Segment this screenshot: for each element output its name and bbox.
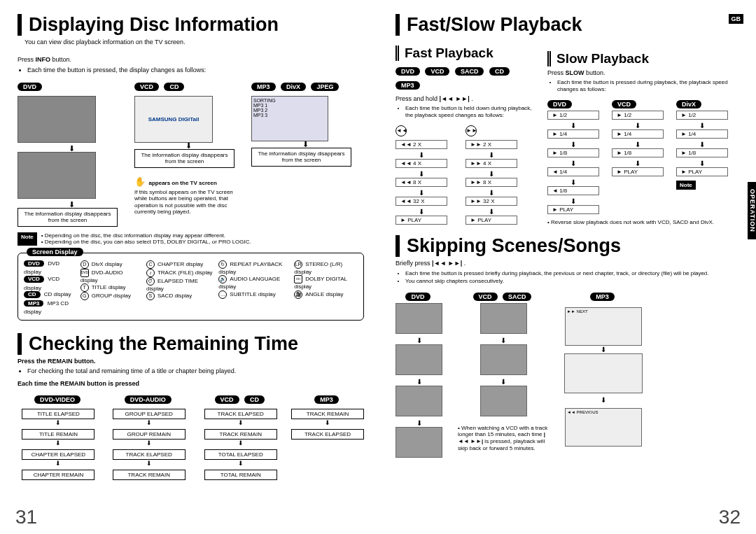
thumb-skip — [396, 303, 442, 334]
tv-symbol-body: If this symbol appears on the TV screen … — [134, 189, 243, 216]
badge-dvd-audio: DVD-AUDIO — [125, 395, 172, 404]
note-badge: Note — [18, 232, 37, 246]
press-info-label: Press INFO button. — [18, 56, 71, 63]
page-left: Displaying Disc Information You can view… — [0, 0, 378, 534]
thumb-vcd: SAMSUNG DIGITall — [134, 96, 213, 143]
badge-mp3: MP3 — [251, 83, 276, 91]
screen-display-label: Screen Display — [27, 248, 83, 256]
lang-badge: GB — [729, 14, 744, 24]
badge-vcd: VCD — [134, 83, 159, 91]
disappear-box-2: The information display disappears from … — [134, 149, 234, 168]
heading-fast: Fast Playback — [396, 45, 539, 61]
press-remain: Press the REMAIN button. — [18, 358, 364, 365]
thumb-skip — [480, 386, 527, 416]
note-body-1: Depending on the disc, the disc informat… — [45, 232, 225, 239]
badge-dvd-video: DVD-VIDEO — [34, 395, 80, 404]
press-remain-sub: For checking the total and remaining tim… — [27, 367, 364, 375]
format-badge-row: DVD ⬇ ⬇ The information display disappea… — [18, 79, 364, 227]
thumb-skip — [480, 344, 527, 375]
heading-slow: Slow Playback — [547, 51, 734, 66]
press-info-sub: Each time the button is pressed, the dis… — [27, 66, 364, 74]
rewind-button[interactable]: ◄◄ — [396, 125, 407, 136]
thumb-dvd-2 — [18, 152, 96, 199]
badge-jpeg: JPEG — [311, 83, 339, 91]
heading-fastslow: Fast/Slow Playback — [396, 14, 734, 36]
heading-remaining-time: Checking the Remaining Time — [18, 333, 364, 355]
disappear-box-1: The information display disappears from … — [18, 208, 118, 227]
tv-symbol-title: appears on the TV screen — [148, 180, 216, 186]
thumb-skip — [396, 386, 442, 416]
page-number-left: 31 — [15, 506, 37, 528]
screen-display-box: Screen Display DVD DVD display VCD VCD d… — [18, 253, 364, 321]
intro-text: You can view disc playback information o… — [24, 38, 364, 46]
thumb-skip — [396, 344, 442, 375]
thumb-sorting: SORTINGMP3 1MP3 2MP3 3 — [251, 96, 328, 141]
thumb-mp3 — [564, 353, 643, 393]
page-right: GB Fast/Slow Playback Fast Playback DVD … — [378, 0, 756, 534]
heading-disc-info: Displaying Disc Information — [18, 14, 364, 36]
thumb-skip — [480, 303, 527, 334]
thumb-dvd-1 — [18, 96, 96, 143]
badge-cd: CD — [164, 83, 184, 91]
side-tab-operation: OPERATION — [748, 182, 756, 239]
note-body-2: Depending on the disc, you can also sele… — [45, 239, 251, 245]
thumb-mp3-prev: ◄◄ PREVIOUS — [565, 408, 642, 447]
disappear-box-3: The information display disappears from … — [251, 148, 351, 167]
each-time-remain: Each time the REMAIN button is pressed — [18, 380, 364, 388]
thumb-mp3-next: ►► NEXT — [565, 307, 642, 346]
page-number-right: 32 — [719, 506, 741, 528]
forward-button[interactable]: ►► — [465, 125, 477, 136]
badge-dvd: DVD — [18, 83, 42, 91]
thumb-skip — [396, 427, 442, 458]
badge-divx: DivX — [281, 83, 306, 91]
heading-skipping: Skipping Scenes/Songs — [396, 235, 734, 257]
